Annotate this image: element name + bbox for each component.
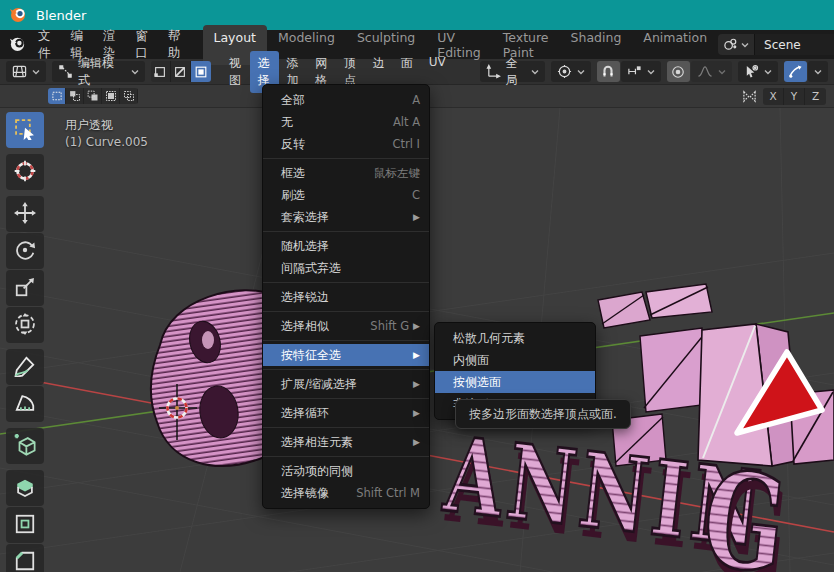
tooltip-text: 按多边形面数选择顶点或面. [469,406,617,423]
snap-toggle[interactable] [597,61,620,82]
select-box-icon [14,118,36,143]
menu-item-shortcut: 鼠标左键 [374,166,420,181]
menu-item-4[interactable]: 刷选C [263,184,429,206]
menu-separator [263,369,429,370]
move-tool-button[interactable] [6,196,44,232]
mirror-y-button[interactable]: Y [784,88,805,105]
menu-item-8[interactable]: 选择锐边 [263,286,429,308]
inset-tool-button[interactable] [6,507,44,543]
falloff-dropdown[interactable] [691,61,732,82]
menu-item-12[interactable]: 选择循环▶ [263,402,429,424]
menu-item-3[interactable]: 框选鼠标左键 [263,162,429,184]
menu-item-6[interactable]: 随机选择 [263,235,429,257]
gizmo-toggle[interactable] [784,61,807,82]
menu-item-5[interactable]: 套索选择▶ [263,206,429,228]
mode-label: 编辑模式 [78,55,126,89]
menubar-item-4[interactable]: 帮助 [158,23,191,67]
workspace-tab-shading[interactable]: Shading [560,25,633,65]
edge-mode-button[interactable] [171,61,191,82]
viewport-toolbar [6,112,44,572]
menu-item-label: 间隔式弃选 [281,260,341,277]
scale-tool-button[interactable] [6,270,44,306]
menu-item-label: 随机选择 [281,238,329,255]
menu-item-15[interactable]: 选择镜像Shift Ctrl M [263,482,429,504]
face-mode-button[interactable] [191,61,211,82]
menu-item-label: 套索选择 [281,209,329,226]
menubar-item-0[interactable]: 文件 [28,23,61,67]
menu-item-14[interactable]: 活动项的同侧 [263,460,429,482]
scene-name-field[interactable]: Scene [754,34,834,55]
select-box-tool-button[interactable] [6,112,44,148]
chevron-down-icon [577,68,585,76]
menu-item-7[interactable]: 间隔式弃选 [263,257,429,279]
mode-subtract-button[interactable] [84,88,102,104]
menu-item-shortcut: C [412,188,420,202]
mode-extend-button[interactable] [66,88,84,104]
scene-browse-button[interactable] [718,34,754,55]
mirror-x-button[interactable]: X [763,88,784,105]
pivot-point-icon [557,64,572,79]
falloff-curve-icon [697,64,713,79]
rotate-tool-button[interactable] [6,233,44,269]
mode-dropdown[interactable]: 编辑模式 [52,61,145,82]
menu-separator [263,340,429,341]
menu-item-label: 扩展/缩减选择 [281,376,357,393]
annotate-tool-button[interactable] [6,349,44,385]
menu-item-13[interactable]: 选择相连元素▶ [263,431,429,453]
menu-item-10[interactable]: 按特征全选▶ [263,344,429,366]
cursor-tool-button[interactable] [6,154,44,190]
menu-item-1[interactable]: 无Alt A [263,111,429,133]
submenu-arrow-icon: ▶ [413,437,420,447]
add-cube-icon [14,434,36,459]
extrude-tool-button[interactable] [6,470,44,506]
snap-target-dropdown[interactable] [621,61,661,82]
add-cube-tool-button[interactable] [6,428,44,464]
menu-item-1[interactable]: 内侧面 [435,349,595,371]
submenu-arrow-icon: ▶ [413,321,420,331]
annotate-icon [14,355,36,380]
menu-item-11[interactable]: 扩展/缩减选择▶ [263,373,429,395]
menubar-item-3[interactable]: 窗口 [126,23,159,67]
bevel-tool-button[interactable] [6,544,44,572]
chevron-down-icon [531,68,539,76]
active-object-label: (1) Curve.005 [65,135,148,149]
menu-item-2[interactable]: 反转Ctrl I [263,133,429,155]
menu-item-label: 选择锐边 [281,289,329,306]
proportional-editing-toggle[interactable] [667,61,690,82]
menu-item-shortcut: Ctrl I [392,137,420,151]
measure-tool-button[interactable] [6,386,44,422]
submenu-arrow-icon: ▶ [413,379,420,389]
menu-item-2[interactable]: 按侧选面 [435,371,595,393]
orientation-dropdown[interactable]: 全局 [480,61,545,82]
submenu-arrow-icon: ▶ [413,408,420,418]
menu-item-9[interactable]: 选择相似Shift G▶ [263,315,429,337]
menu-item-0[interactable]: 松散几何元素 [435,327,595,349]
mode-intersect-button[interactable] [120,88,138,104]
gizmo-dropdown[interactable] [808,61,828,82]
show-object-types-dropdown[interactable] [738,61,778,82]
blender-window: Blender 文件编辑渲染窗口帮助 LayoutModelingSculpti… [0,0,834,572]
mode-new-button[interactable] [48,88,66,104]
scale-icon [14,276,36,301]
menu-item-shortcut: A [412,93,420,107]
mode-invert-button[interactable] [102,88,120,104]
blender-app-menu-icon[interactable] [9,35,26,55]
menu-item-label: 松散几何元素 [453,330,525,347]
inset-icon [14,513,36,538]
vertex-mode-button[interactable] [151,61,171,82]
menu-separator [263,398,429,399]
menu-item-0[interactable]: 全部A [263,89,429,111]
gizmo-icon [788,64,803,79]
chevron-down-icon [131,68,139,76]
header-menu-0[interactable]: 视图 [221,51,250,93]
transform-tool-button[interactable] [6,307,44,343]
pivot-dropdown[interactable] [551,61,591,82]
workspace-tab-animation[interactable]: Animation [632,25,718,65]
mirror-axis-buttons: XYZ [763,88,826,105]
cursor-icon [14,160,36,185]
menu-item-label: 无 [281,114,293,131]
menu-item-label: 全部 [281,92,305,109]
mirror-z-button[interactable]: Z [805,88,826,105]
window-title: Blender [36,8,86,23]
editor-type-button[interactable] [6,61,46,82]
